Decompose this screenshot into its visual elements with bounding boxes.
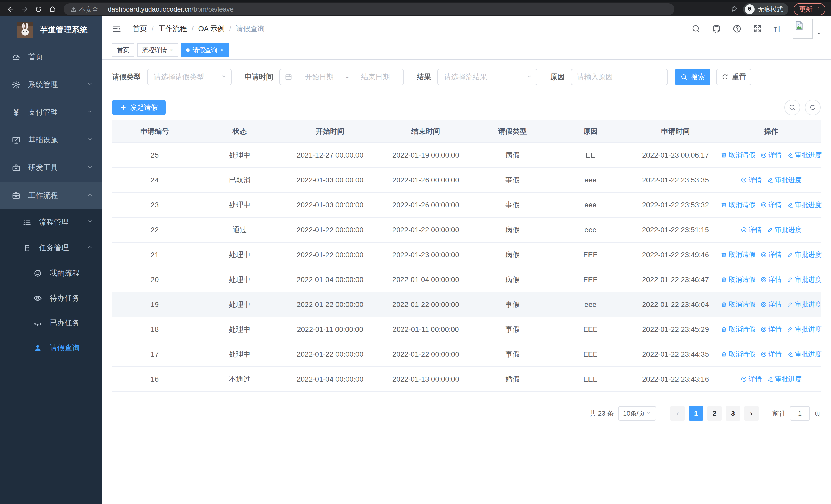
cancel-leave-link[interactable]: 取消请假 — [721, 300, 755, 309]
goto-page-input[interactable] — [790, 406, 810, 421]
sidebar-item-home[interactable]: 首页 — [0, 43, 102, 71]
apply-time-range-picker[interactable]: 开始日期 - 结束日期 — [280, 69, 404, 85]
progress-link[interactable]: 审批进度 — [787, 300, 822, 309]
page-size-select[interactable]: 10条/页 — [618, 406, 657, 421]
progress-link[interactable]: 审批进度 — [787, 325, 822, 334]
leave-type-select[interactable]: 请选择请假类型 — [147, 69, 232, 85]
breadcrumb-item[interactable]: OA 示例 — [198, 24, 225, 34]
progress-link[interactable]: 审批进度 — [767, 176, 802, 184]
help-icon[interactable] — [733, 24, 742, 33]
eyeclosed-icon — [32, 318, 43, 328]
reload-icon[interactable] — [33, 4, 44, 14]
view-icon — [741, 177, 747, 183]
github-icon[interactable] — [712, 24, 721, 33]
sidebar-item-task-mgmt[interactable]: 任务管理 — [0, 235, 102, 261]
refresh-table-button[interactable] — [805, 99, 821, 116]
tab-bar: 首页流程详情×请假查询× — [102, 41, 831, 60]
cell-status: 通过 — [197, 217, 282, 242]
detail-link[interactable]: 详情 — [761, 151, 782, 159]
back-icon[interactable] — [6, 4, 16, 14]
progress-link[interactable]: 审批进度 — [767, 225, 802, 234]
caret-down-icon[interactable] — [816, 31, 822, 39]
home-icon[interactable] — [47, 4, 57, 14]
cancel-leave-link[interactable]: 取消请假 — [721, 275, 755, 284]
sidebar-item-process-mgmt[interactable]: 流程管理 — [0, 209, 102, 235]
col-status: 状态 — [197, 120, 282, 143]
detail-link[interactable]: 详情 — [741, 375, 762, 384]
progress-link[interactable]: 审批进度 — [787, 350, 822, 359]
breadcrumb-item[interactable]: 首页 — [133, 24, 147, 34]
detail-link[interactable]: 详情 — [761, 200, 782, 209]
top-navbar: 首页/工作流程/OA 示例/请假查询 TT — [102, 17, 831, 41]
not-secure-badge[interactable]: 不安全 — [70, 5, 98, 13]
url-bar[interactable]: 不安全 dashboard.yudao.iocoder.cn/bpm/oa/le… — [64, 3, 675, 15]
sidebar-collapse-icon[interactable] — [111, 23, 122, 34]
next-page-button[interactable]: › — [744, 406, 758, 421]
sidebar-item-dev-tools[interactable]: 研发工具 — [0, 154, 102, 182]
logo-row[interactable]: 芋道管理系统 — [0, 17, 102, 43]
detail-link[interactable]: 详情 — [761, 300, 782, 309]
detail-link[interactable]: 详情 — [761, 250, 782, 259]
cancel-leave-link[interactable]: 取消请假 — [721, 250, 755, 259]
sidebar-item-todo-tasks[interactable]: 待办任务 — [0, 286, 102, 310]
action-label: 取消请假 — [728, 300, 755, 309]
progress-link[interactable]: 审批进度 — [787, 275, 822, 284]
cancel-leave-link[interactable]: 取消请假 — [721, 151, 755, 159]
cell-end: 2022-01-22 00:00:00 — [378, 217, 474, 242]
close-icon[interactable]: × — [170, 47, 173, 53]
page-button[interactable]: 2 — [707, 406, 722, 421]
result-select[interactable]: 请选择流结果 — [437, 69, 537, 85]
refresh-icon — [721, 73, 728, 81]
progress-link[interactable]: 审批进度 — [787, 151, 822, 159]
cancel-leave-link[interactable]: 取消请假 — [721, 325, 755, 334]
eye-icon — [32, 293, 43, 304]
progress-link[interactable]: 审批进度 — [767, 375, 802, 384]
font-size-icon[interactable]: TT — [774, 24, 781, 34]
detail-link[interactable]: 详情 — [761, 275, 782, 284]
breadcrumb-item[interactable]: 工作流程 — [159, 24, 187, 34]
detail-link[interactable]: 详情 — [741, 225, 762, 234]
prev-page-button[interactable]: ‹ — [670, 406, 685, 421]
tab-home[interactable]: 首页 — [112, 43, 134, 57]
progress-link[interactable]: 审批进度 — [787, 250, 822, 259]
search-button[interactable]: 搜索 — [675, 69, 710, 85]
detail-link[interactable]: 详情 — [761, 350, 782, 359]
page-button[interactable]: 3 — [726, 406, 740, 421]
sidebar-item-system-mgmt[interactable]: 系统管理 — [0, 71, 102, 98]
tab-process-detail[interactable]: 流程详情× — [137, 43, 178, 57]
cancel-leave-link[interactable]: 取消请假 — [721, 200, 755, 209]
update-button[interactable]: 更新 — [794, 3, 825, 16]
bookmark-star-icon[interactable] — [730, 5, 738, 13]
sidebar-item-done-tasks[interactable]: 已办任务 — [0, 310, 102, 335]
sidebar-item-infrastructure[interactable]: 基础设施 — [0, 126, 102, 154]
cancel-leave-link[interactable]: 取消请假 — [721, 350, 755, 359]
tab-leave-query[interactable]: 请假查询× — [181, 43, 229, 57]
avatar[interactable] — [793, 19, 812, 39]
close-icon[interactable]: × — [221, 47, 224, 53]
reason-input[interactable] — [571, 73, 667, 81]
trash-icon — [721, 301, 727, 308]
sidebar-item-workflow[interactable]: 工作流程 — [0, 182, 102, 209]
create-leave-button[interactable]: 发起请假 — [112, 100, 166, 115]
page-button[interactable]: 1 — [689, 406, 703, 421]
url-host: dashboard.yudao.iocoder.cn — [108, 5, 192, 13]
chevron-down-icon — [221, 73, 227, 81]
search-icon[interactable] — [691, 24, 700, 33]
start-date-placeholder[interactable]: 开始日期 — [296, 72, 343, 82]
progress-link[interactable]: 审批进度 — [787, 200, 822, 209]
detail-link[interactable]: 详情 — [761, 325, 782, 334]
sidebar-item-payment-mgmt[interactable]: ¥支付管理 — [0, 98, 102, 126]
forward-icon[interactable] — [20, 4, 30, 14]
chevron-down-icon — [86, 108, 93, 117]
detail-link[interactable]: 详情 — [741, 176, 762, 184]
sidebar-item-leave-query[interactable]: 请假查询 — [0, 335, 102, 360]
sidebar-filler — [0, 360, 102, 504]
reason-field[interactable] — [571, 69, 668, 85]
page-suffix-label: 页 — [814, 409, 821, 418]
end-date-placeholder[interactable]: 结束日期 — [352, 72, 399, 82]
toggle-search-button[interactable] — [784, 99, 800, 116]
cell-applied: 2022-01-22 23:49:46 — [630, 242, 722, 267]
sidebar-item-my-process[interactable]: 我的流程 — [0, 261, 102, 286]
reset-button[interactable]: 重置 — [716, 69, 751, 85]
fullscreen-icon[interactable] — [753, 24, 762, 33]
